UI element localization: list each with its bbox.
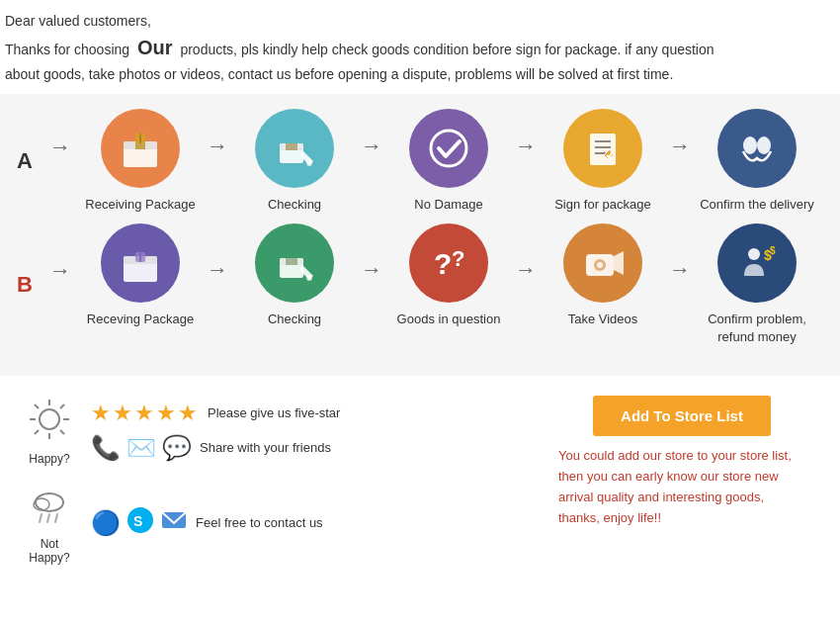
nothappy-icon-wrap: Not Happy? bbox=[20, 481, 79, 565]
svg-point-10 bbox=[431, 131, 466, 166]
arrow-a-start: → bbox=[49, 134, 71, 160]
arrow-b-2: → bbox=[361, 257, 382, 283]
arrow-b-1: → bbox=[207, 257, 228, 283]
flow-item-a-5: Confirm the delivery bbox=[693, 109, 821, 214]
header-pre: Thanks for choosing bbox=[5, 42, 129, 57]
telegram-icon: 🔵 bbox=[91, 509, 121, 537]
header-line1: Dear valued customers, bbox=[5, 10, 835, 32]
svg-rect-23 bbox=[286, 258, 297, 265]
label-checking-a: Checking bbox=[268, 196, 321, 214]
skype-icon: S bbox=[126, 506, 154, 540]
header-text: Dear valued customers, Thanks for choosi… bbox=[0, 0, 840, 94]
svg-point-16 bbox=[757, 136, 771, 154]
flow-section: A → Receiving Package → bbox=[0, 94, 840, 377]
svg-point-32 bbox=[748, 248, 760, 260]
svg-line-42 bbox=[60, 404, 64, 408]
store-description-text: You could add our store to your store li… bbox=[558, 446, 805, 528]
label-confirm-problem: Confirm problem, refund money bbox=[693, 311, 821, 346]
flow-item-b-3: ? ? Goods in question bbox=[384, 223, 513, 328]
svg-text:$: $ bbox=[770, 245, 776, 256]
svg-point-9 bbox=[306, 160, 312, 166]
contact-icons: 🔵 S bbox=[91, 506, 188, 540]
circle-receiving bbox=[101, 109, 180, 188]
label-goods-question: Goods in question bbox=[397, 311, 501, 328]
arrow-a-2: → bbox=[361, 134, 382, 159]
circle-confirm-problem: $ $ bbox=[717, 223, 797, 303]
circle-take-videos bbox=[563, 223, 642, 303]
svg-line-43 bbox=[35, 430, 39, 434]
nothappy-row: Not Happy? 🔵 S bbox=[20, 481, 524, 565]
add-store-button[interactable]: Add To Store List bbox=[593, 396, 771, 436]
svg-rect-7 bbox=[286, 143, 297, 150]
arrow-a-4: → bbox=[669, 134, 691, 159]
flow-item-b-1: Receving Package bbox=[76, 223, 205, 328]
flow-item-b-2: Checking bbox=[230, 223, 359, 328]
flow-item-a-2: Checking bbox=[230, 109, 359, 214]
arrow-a-1: → bbox=[207, 134, 228, 159]
contact-us-text: Feel free to contact us bbox=[196, 515, 323, 530]
cloud-rain-icon bbox=[26, 481, 73, 534]
arrow-a-3: → bbox=[515, 134, 537, 159]
flow-items-b: Receving Package → Checking → bbox=[76, 223, 830, 346]
label-take-videos: Take Videos bbox=[568, 311, 638, 328]
brand-name: Our bbox=[137, 37, 173, 58]
five-star-row: ★★★★★ Please give us five-star bbox=[91, 401, 340, 426]
svg-point-15 bbox=[743, 136, 757, 154]
label-no-damage: No Damage bbox=[414, 196, 482, 214]
svg-rect-11 bbox=[590, 134, 616, 165]
label-checking-b: Checking bbox=[268, 311, 321, 328]
arrow-b-4: → bbox=[669, 257, 691, 283]
happy-icon-wrap: Happy? bbox=[20, 396, 79, 466]
flow-item-b-5: $ $ Confirm problem, refund money bbox=[693, 223, 821, 346]
share-icons: 📞 ✉️ 💬 bbox=[91, 434, 192, 462]
star-action: ★★★★★ Please give us five-star 📞 ✉️ 💬 Sh… bbox=[91, 401, 340, 462]
flow-row-b: B → Receving Package → bbox=[10, 223, 830, 346]
svg-line-48 bbox=[55, 514, 57, 522]
left-bottom: Happy? ★★★★★ Please give us five-star 📞 … bbox=[20, 396, 524, 580]
svg-point-31 bbox=[597, 262, 603, 268]
svg-line-41 bbox=[60, 430, 64, 434]
header-post: products, pls kindly help check goods co… bbox=[180, 42, 714, 57]
svg-point-35 bbox=[40, 409, 59, 429]
circle-checking-b bbox=[255, 223, 334, 303]
arrow-b-start: → bbox=[49, 258, 71, 284]
svg-text:S: S bbox=[133, 513, 142, 529]
svg-text:?: ? bbox=[452, 246, 464, 271]
contact-action: 🔵 S bbox=[91, 506, 323, 540]
flow-items-a: Receiving Package → Checking → bbox=[76, 109, 830, 214]
share-friends-text: Share with your friends bbox=[200, 440, 331, 455]
row-b-label: B bbox=[10, 272, 40, 298]
header-line2: Thanks for choosing Our products, pls ki… bbox=[5, 32, 835, 63]
svg-point-25 bbox=[306, 275, 312, 281]
circle-confirm-delivery bbox=[717, 109, 797, 188]
svg-marker-29 bbox=[614, 251, 624, 275]
svg-line-47 bbox=[47, 514, 49, 522]
stars: ★★★★★ bbox=[91, 401, 200, 426]
happy-row: Happy? ★★★★★ Please give us five-star 📞 … bbox=[20, 396, 524, 466]
flow-item-a-4: Sign for package bbox=[539, 109, 667, 214]
circle-sign-package bbox=[563, 109, 642, 188]
phone-share-icon: 📞 bbox=[91, 434, 121, 462]
circle-checking-a bbox=[255, 109, 334, 188]
svg-text:?: ? bbox=[434, 247, 452, 280]
sun-icon bbox=[26, 396, 73, 449]
row-a-label: A bbox=[10, 148, 40, 174]
give-five-star-text: Please give us five-star bbox=[208, 405, 340, 420]
flow-item-b-4: Take Videos bbox=[539, 223, 667, 328]
right-bottom: Add To Store List You could add our stor… bbox=[544, 396, 820, 580]
bottom-section: Happy? ★★★★★ Please give us five-star 📞 … bbox=[0, 376, 840, 594]
arrow-b-3: → bbox=[515, 257, 537, 283]
flow-item-a-3: No Damage bbox=[384, 109, 513, 214]
svg-line-40 bbox=[35, 404, 39, 408]
flow-item-a-1: Receiving Package bbox=[76, 109, 205, 214]
happy-label: Happy? bbox=[29, 452, 69, 466]
label-receiving: Receiving Package bbox=[85, 196, 195, 214]
svg-line-46 bbox=[40, 514, 42, 522]
label-confirm-delivery: Confirm the delivery bbox=[700, 196, 814, 214]
label-sign-package: Sign for package bbox=[554, 196, 651, 214]
header-line3: about goods, take photos or videos, cont… bbox=[5, 63, 835, 85]
flow-row-a: A → Receiving Package → bbox=[10, 109, 830, 214]
circle-goods-question: ? ? bbox=[409, 223, 488, 303]
circle-receving bbox=[101, 223, 180, 303]
email-share-icon: ✉️ bbox=[126, 434, 156, 462]
